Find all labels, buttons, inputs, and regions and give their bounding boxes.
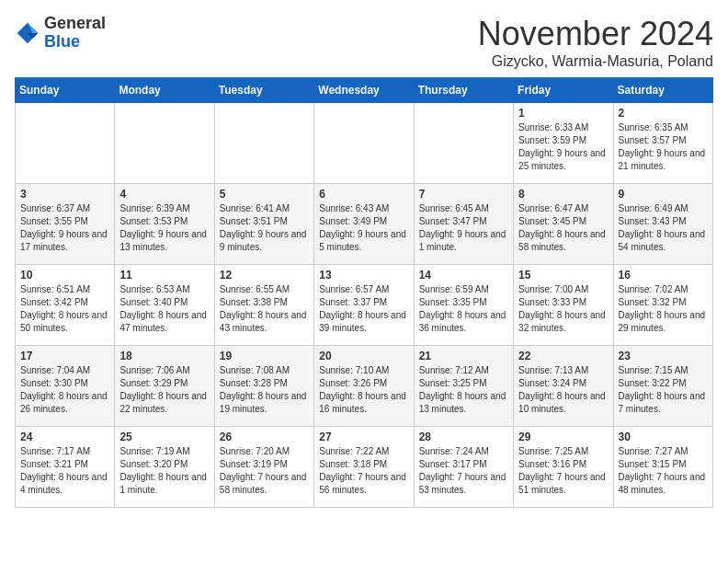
day-number: 12 bbox=[220, 269, 309, 282]
day-number: 30 bbox=[619, 431, 708, 443]
location: Gizycko, Warmia-Masuria, Poland bbox=[478, 53, 713, 70]
calendar-cell: 10Sunrise: 6:51 AM Sunset: 3:42 PM Dayli… bbox=[16, 265, 115, 346]
calendar-cell: 7Sunrise: 6:45 AM Sunset: 3:47 PM Daylig… bbox=[414, 184, 513, 265]
day-info: Sunrise: 6:35 AM Sunset: 3:57 PM Dayligh… bbox=[619, 121, 708, 173]
calendar-cell: 15Sunrise: 7:00 AM Sunset: 3:33 PM Dayli… bbox=[514, 265, 613, 346]
day-info: Sunrise: 7:19 AM Sunset: 3:20 PM Dayligh… bbox=[119, 445, 209, 497]
day-number: 11 bbox=[119, 269, 209, 282]
month-title: November 2024 bbox=[478, 15, 713, 53]
day-number: 7 bbox=[419, 188, 508, 201]
day-info: Sunrise: 7:22 AM Sunset: 3:18 PM Dayligh… bbox=[319, 445, 408, 497]
calendar-cell bbox=[314, 103, 414, 184]
header-day-tuesday: Tuesday bbox=[214, 78, 313, 103]
header-day-friday: Friday bbox=[514, 78, 613, 103]
calendar-cell bbox=[214, 103, 313, 184]
logo-blue: Blue bbox=[44, 32, 80, 51]
calendar-header-row: SundayMondayTuesdayWednesdayThursdayFrid… bbox=[16, 78, 713, 103]
day-number: 10 bbox=[20, 269, 109, 282]
day-info: Sunrise: 7:12 AM Sunset: 3:25 PM Dayligh… bbox=[419, 364, 508, 416]
calendar-cell: 12Sunrise: 6:55 AM Sunset: 3:38 PM Dayli… bbox=[214, 265, 313, 346]
day-info: Sunrise: 6:59 AM Sunset: 3:35 PM Dayligh… bbox=[419, 283, 508, 335]
day-info: Sunrise: 6:47 AM Sunset: 3:45 PM Dayligh… bbox=[518, 202, 608, 254]
calendar-cell: 30Sunrise: 7:27 AM Sunset: 3:15 PM Dayli… bbox=[613, 427, 712, 508]
day-number: 21 bbox=[419, 350, 508, 362]
day-number: 27 bbox=[319, 431, 408, 443]
calendar-week-row: 17Sunrise: 7:04 AM Sunset: 3:30 PM Dayli… bbox=[16, 346, 713, 427]
calendar-cell: 23Sunrise: 7:15 AM Sunset: 3:22 PM Dayli… bbox=[613, 346, 712, 427]
day-info: Sunrise: 7:15 AM Sunset: 3:22 PM Dayligh… bbox=[619, 364, 708, 416]
day-number: 22 bbox=[518, 350, 608, 362]
day-info: Sunrise: 7:06 AM Sunset: 3:29 PM Dayligh… bbox=[119, 364, 209, 416]
calendar-cell: 6Sunrise: 6:43 AM Sunset: 3:49 PM Daylig… bbox=[314, 184, 414, 265]
day-number: 20 bbox=[319, 350, 408, 362]
logo-icon bbox=[15, 20, 40, 46]
day-number: 15 bbox=[518, 269, 608, 282]
logo: General Blue bbox=[15, 15, 106, 52]
day-info: Sunrise: 6:55 AM Sunset: 3:38 PM Dayligh… bbox=[220, 283, 309, 335]
calendar-cell: 4Sunrise: 6:39 AM Sunset: 3:53 PM Daylig… bbox=[115, 184, 214, 265]
header-day-wednesday: Wednesday bbox=[314, 78, 414, 103]
day-number: 16 bbox=[619, 269, 708, 282]
day-number: 3 bbox=[20, 188, 109, 201]
header-day-saturday: Saturday bbox=[613, 78, 712, 103]
day-number: 13 bbox=[319, 269, 408, 282]
day-info: Sunrise: 7:02 AM Sunset: 3:32 PM Dayligh… bbox=[619, 283, 708, 335]
calendar-cell: 13Sunrise: 6:57 AM Sunset: 3:37 PM Dayli… bbox=[314, 265, 414, 346]
day-number: 26 bbox=[220, 431, 309, 443]
day-info: Sunrise: 7:25 AM Sunset: 3:16 PM Dayligh… bbox=[518, 445, 608, 497]
logo-general: General bbox=[44, 14, 106, 32]
calendar-cell: 16Sunrise: 7:02 AM Sunset: 3:32 PM Dayli… bbox=[613, 265, 712, 346]
day-number: 8 bbox=[518, 188, 608, 201]
day-number: 18 bbox=[119, 350, 209, 362]
header-day-sunday: Sunday bbox=[16, 78, 115, 103]
logo-text: General Blue bbox=[44, 15, 106, 52]
calendar-cell bbox=[115, 103, 214, 184]
day-info: Sunrise: 6:43 AM Sunset: 3:49 PM Dayligh… bbox=[319, 202, 408, 254]
calendar-cell: 27Sunrise: 7:22 AM Sunset: 3:18 PM Dayli… bbox=[314, 427, 414, 508]
calendar-cell: 22Sunrise: 7:13 AM Sunset: 3:24 PM Dayli… bbox=[514, 346, 613, 427]
day-number: 6 bbox=[319, 188, 408, 201]
calendar-cell: 8Sunrise: 6:47 AM Sunset: 3:45 PM Daylig… bbox=[514, 184, 613, 265]
day-info: Sunrise: 7:04 AM Sunset: 3:30 PM Dayligh… bbox=[20, 364, 109, 416]
day-info: Sunrise: 6:41 AM Sunset: 3:51 PM Dayligh… bbox=[220, 202, 309, 254]
title-area: November 2024 Gizycko, Warmia-Masuria, P… bbox=[478, 15, 713, 70]
day-info: Sunrise: 6:45 AM Sunset: 3:47 PM Dayligh… bbox=[419, 202, 508, 254]
calendar-cell: 14Sunrise: 6:59 AM Sunset: 3:35 PM Dayli… bbox=[414, 265, 513, 346]
day-info: Sunrise: 6:49 AM Sunset: 3:43 PM Dayligh… bbox=[619, 202, 708, 254]
header-day-thursday: Thursday bbox=[414, 78, 513, 103]
calendar-cell bbox=[414, 103, 513, 184]
day-info: Sunrise: 6:57 AM Sunset: 3:37 PM Dayligh… bbox=[319, 283, 408, 335]
day-number: 24 bbox=[20, 431, 109, 443]
calendar-cell: 21Sunrise: 7:12 AM Sunset: 3:25 PM Dayli… bbox=[414, 346, 513, 427]
day-number: 25 bbox=[119, 431, 209, 443]
calendar-cell: 20Sunrise: 7:10 AM Sunset: 3:26 PM Dayli… bbox=[314, 346, 414, 427]
calendar-cell: 1Sunrise: 6:33 AM Sunset: 3:59 PM Daylig… bbox=[514, 103, 613, 184]
calendar-cell: 17Sunrise: 7:04 AM Sunset: 3:30 PM Dayli… bbox=[16, 346, 115, 427]
calendar-cell bbox=[16, 103, 115, 184]
header-day-monday: Monday bbox=[115, 78, 214, 103]
day-number: 28 bbox=[419, 431, 508, 443]
calendar-cell: 25Sunrise: 7:19 AM Sunset: 3:20 PM Dayli… bbox=[115, 427, 214, 508]
calendar-cell: 28Sunrise: 7:24 AM Sunset: 3:17 PM Dayli… bbox=[414, 427, 513, 508]
day-number: 5 bbox=[220, 188, 309, 201]
day-info: Sunrise: 6:37 AM Sunset: 3:55 PM Dayligh… bbox=[20, 202, 109, 254]
calendar-table: SundayMondayTuesdayWednesdayThursdayFrid… bbox=[15, 77, 713, 508]
calendar-cell: 3Sunrise: 6:37 AM Sunset: 3:55 PM Daylig… bbox=[16, 184, 115, 265]
day-number: 23 bbox=[619, 350, 708, 362]
calendar-week-row: 24Sunrise: 7:17 AM Sunset: 3:21 PM Dayli… bbox=[16, 427, 713, 508]
day-number: 9 bbox=[619, 188, 708, 201]
calendar-cell: 24Sunrise: 7:17 AM Sunset: 3:21 PM Dayli… bbox=[16, 427, 115, 508]
day-number: 2 bbox=[619, 107, 708, 120]
day-number: 19 bbox=[220, 350, 309, 362]
day-info: Sunrise: 7:20 AM Sunset: 3:19 PM Dayligh… bbox=[220, 445, 309, 497]
calendar-week-row: 10Sunrise: 6:51 AM Sunset: 3:42 PM Dayli… bbox=[16, 265, 713, 346]
day-info: Sunrise: 7:24 AM Sunset: 3:17 PM Dayligh… bbox=[419, 445, 508, 497]
header: General Blue November 2024 Gizycko, Warm… bbox=[15, 15, 713, 70]
calendar-cell: 18Sunrise: 7:06 AM Sunset: 3:29 PM Dayli… bbox=[115, 346, 214, 427]
calendar-week-row: 3Sunrise: 6:37 AM Sunset: 3:55 PM Daylig… bbox=[16, 184, 713, 265]
day-info: Sunrise: 7:10 AM Sunset: 3:26 PM Dayligh… bbox=[319, 364, 408, 416]
calendar-cell: 5Sunrise: 6:41 AM Sunset: 3:51 PM Daylig… bbox=[214, 184, 313, 265]
day-info: Sunrise: 7:13 AM Sunset: 3:24 PM Dayligh… bbox=[518, 364, 608, 416]
calendar-cell: 11Sunrise: 6:53 AM Sunset: 3:40 PM Dayli… bbox=[115, 265, 214, 346]
calendar-cell: 9Sunrise: 6:49 AM Sunset: 3:43 PM Daylig… bbox=[613, 184, 712, 265]
